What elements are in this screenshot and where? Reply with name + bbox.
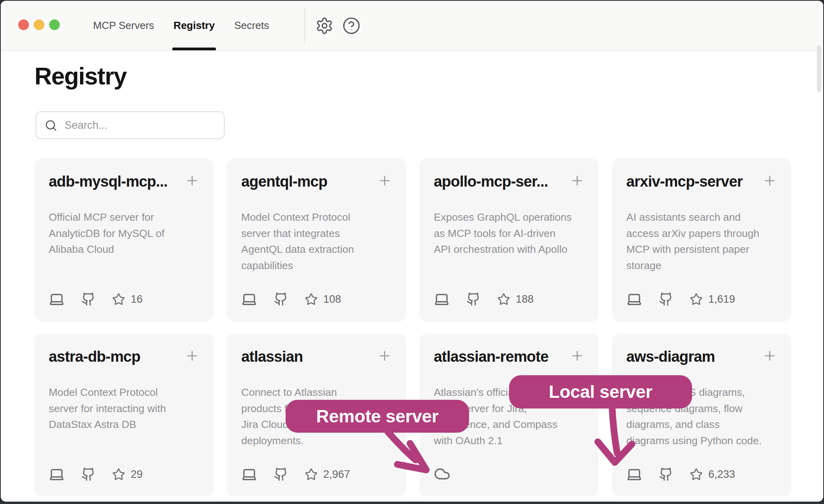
star-icon <box>305 468 318 481</box>
annotation-remote-server: Remote server <box>286 400 469 433</box>
search-box[interactable] <box>36 111 225 139</box>
app-window: MCP Servers Registry Secrets Registry ad… <box>1 1 823 502</box>
plus-icon <box>185 173 200 188</box>
traffic-lights <box>18 19 60 30</box>
search-icon <box>44 119 57 132</box>
server-card-apollo-mcp-server[interactable]: apollo-mcp-ser... Exposes GraphQL operat… <box>420 158 599 321</box>
server-name: apollo-mcp-ser... <box>434 172 548 191</box>
card-footer <box>434 466 584 482</box>
plus-icon <box>377 348 392 363</box>
plus-icon <box>377 173 392 188</box>
add-server-button[interactable] <box>762 173 778 189</box>
server-description: Exposes GraphQL operations as MCP tools … <box>434 209 585 258</box>
star-count: 6,233 <box>708 468 735 481</box>
server-card-arxiv-mcp-server[interactable]: arxiv-mcp-server AI assistants search an… <box>612 158 791 321</box>
server-name: aws-diagram <box>626 347 715 366</box>
star-icon <box>305 293 318 306</box>
tab-mcp-servers[interactable]: MCP Servers <box>93 1 154 50</box>
star-icon <box>112 293 125 306</box>
help-icon <box>342 17 360 35</box>
gear-icon <box>315 17 334 35</box>
laptop-icon <box>49 291 65 307</box>
github-icon <box>659 467 673 481</box>
server-name: arxiv-mcp-server <box>626 172 743 191</box>
laptop-icon <box>626 466 642 482</box>
add-server-button[interactable] <box>184 173 200 189</box>
server-description: Model Context Protocol server for intera… <box>49 384 200 433</box>
star-icon <box>690 293 703 306</box>
add-server-button[interactable] <box>377 348 393 364</box>
add-server-button[interactable] <box>762 348 778 364</box>
star-icon <box>497 293 510 306</box>
zoom-button[interactable] <box>49 19 60 30</box>
github-icon <box>466 292 481 306</box>
titlebar: MCP Servers Registry Secrets <box>1 1 823 51</box>
github-icon <box>81 467 95 481</box>
server-card-agentql-mcp[interactable]: agentql-mcp Model Context Protocol serve… <box>227 158 406 321</box>
server-name: atlassian-remote <box>434 347 548 366</box>
scrollbar[interactable] <box>817 45 821 92</box>
card-footer: 1,619 <box>626 291 777 307</box>
search-input[interactable] <box>65 119 216 132</box>
card-footer: 2,967 <box>241 466 392 482</box>
star-count: 29 <box>131 468 143 481</box>
server-card-adb-mysql-mcp[interactable]: adb-mysql-mcp... Official MCP server for… <box>34 158 214 321</box>
card-footer: 16 <box>49 291 199 307</box>
cloud-icon <box>434 466 450 482</box>
laptop-icon <box>434 291 450 307</box>
tab-secrets[interactable]: Secrets <box>234 1 269 50</box>
laptop-icon <box>241 291 257 307</box>
server-card-astra-db-mcp[interactable]: astra-db-mcp Model Context Protocol serv… <box>34 334 214 496</box>
server-card-aws-diagram[interactable]: aws-diagram Generate AWS diagrams, seque… <box>612 334 791 496</box>
server-description: Model Context Protocol server that integ… <box>241 209 393 273</box>
close-button[interactable] <box>18 19 29 30</box>
server-name: atlassian <box>241 347 303 366</box>
annotation-local-server: Local server <box>509 375 692 409</box>
add-server-button[interactable] <box>569 348 585 364</box>
star-count: 1,619 <box>708 293 735 305</box>
card-footer: 188 <box>434 291 584 307</box>
server-name: astra-db-mcp <box>49 347 140 366</box>
add-server-button[interactable] <box>569 173 585 189</box>
plus-icon <box>762 173 777 188</box>
github-icon <box>81 292 95 306</box>
header-divider <box>304 8 305 44</box>
minimize-button[interactable] <box>34 19 44 30</box>
add-server-button[interactable] <box>184 348 200 364</box>
help-button[interactable] <box>341 15 362 36</box>
github-icon <box>274 467 288 481</box>
laptop-icon <box>241 466 257 482</box>
main-tabs: MCP Servers Registry Secrets <box>93 1 269 50</box>
server-name: adb-mysql-mcp... <box>49 172 168 191</box>
plus-icon <box>570 173 585 188</box>
star-icon <box>112 468 125 481</box>
plus-icon <box>570 348 585 363</box>
settings-button[interactable] <box>314 15 335 36</box>
page-title: Registry <box>34 62 126 90</box>
plus-icon <box>185 348 200 363</box>
server-description: Official MCP server for AnalyticDB for M… <box>49 209 200 258</box>
star-count: 2,967 <box>323 468 350 481</box>
star-icon <box>690 468 703 481</box>
card-footer: 6,233 <box>626 466 777 482</box>
card-footer: 108 <box>241 291 392 307</box>
star-count: 108 <box>323 293 341 305</box>
registry-grid: adb-mysql-mcp... Official MCP server for… <box>34 158 791 496</box>
github-icon <box>274 292 288 306</box>
server-description: AI assistants search and access arXiv pa… <box>626 209 778 273</box>
card-footer: 29 <box>49 466 199 482</box>
star-count: 16 <box>131 293 143 305</box>
github-icon <box>659 292 673 306</box>
plus-icon <box>762 348 777 363</box>
star-count: 188 <box>516 293 534 305</box>
tab-registry[interactable]: Registry <box>174 1 215 50</box>
laptop-icon <box>626 291 642 307</box>
add-server-button[interactable] <box>377 173 393 189</box>
server-name: agentql-mcp <box>241 172 327 191</box>
laptop-icon <box>49 466 65 482</box>
